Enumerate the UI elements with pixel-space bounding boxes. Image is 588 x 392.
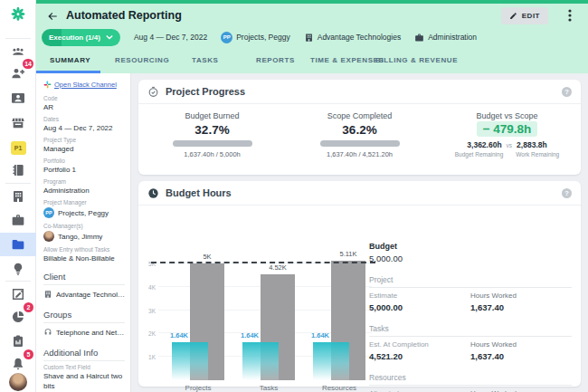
tab-resourcing[interactable]: RESOURCING — [115, 56, 169, 64]
person-add-icon — [11, 66, 25, 81]
slack-icon — [43, 81, 52, 89]
manager-name: Projects, Peggy — [236, 33, 290, 42]
rail-divider — [5, 38, 31, 39]
tab-reports[interactable]: REPORTS — [256, 56, 295, 64]
bar-tasks-hours-worked — [242, 342, 279, 380]
sidebar-item-schedule[interactable] — [0, 112, 36, 134]
bar-value-label: 5.11K — [328, 250, 368, 258]
sidebar-item-companies[interactable] — [0, 186, 36, 207]
comparison-captions: Budget Remaining Work Remaining — [455, 151, 559, 158]
co-manager-avatar — [43, 231, 54, 242]
page-title: Automated Reporting — [66, 9, 182, 22]
group-row[interactable]: Telephone and Network... — [43, 326, 125, 339]
slack-channel-link[interactable]: Open Slack Channel — [43, 81, 125, 89]
bar-resources-hours-worked — [313, 342, 349, 380]
field-portfolio: Portfolio Portfolio 1 — [43, 158, 125, 174]
bar-value-label: 1.64K — [170, 331, 206, 339]
field-program: Program Administration — [43, 178, 125, 195]
program-name: Administration — [428, 33, 477, 42]
scope-completed-progress-bar — [320, 140, 400, 147]
field-custom-text: Custom Text Field Shave and a Haircut tw… — [43, 364, 125, 392]
date-range-text: Aug 4 — Dec 7, 2022 — [134, 33, 207, 42]
briefcase-icon — [11, 213, 25, 227]
project-header: Automated Reporting EDIT Execution (1/4)… — [36, 0, 588, 73]
x-axis-label: Tasks — [229, 384, 308, 392]
progress-card-header: Project Progress — [138, 80, 581, 104]
budget-card-title: Budget Hours — [166, 187, 555, 198]
sidebar-item-services[interactable] — [0, 209, 36, 231]
panel-section-resources: Resources Allocated Hours Worked 5,114.0… — [369, 373, 572, 392]
bell-icon — [11, 357, 25, 371]
manager-row[interactable]: PP Projects, Peggy — [43, 207, 125, 218]
bar-value-label: 1.64K — [241, 331, 277, 339]
app-logo[interactable] — [0, 5, 36, 26]
tab-time-expenses[interactable]: TIME & EXPENSES — [310, 56, 384, 64]
person-folder-icon — [11, 91, 25, 105]
progress-card-body: Budget Burned 32.7% 1,637.40h / 5,000h S… — [138, 104, 581, 158]
sidebar-item-accounts[interactable] — [0, 87, 36, 109]
invite-badge: 14 — [23, 59, 33, 69]
building-icon — [304, 33, 314, 43]
manager-avatar: PP — [43, 207, 54, 218]
x-axis-label: Resources — [299, 384, 379, 392]
help-icon[interactable] — [562, 87, 572, 97]
field-co-managers: Co-Manager(s) Tango, Jimmy — [43, 223, 125, 242]
bar-value-label: 4.52K — [258, 263, 298, 272]
sidebar-item-notebook[interactable] — [0, 159, 36, 181]
chart-edit-icon — [11, 287, 25, 301]
budget-hours-card: Budget Hours 1K2K3K4K5K5K1.64KProjects4.… — [138, 181, 581, 387]
mavenlink-logo-icon — [8, 5, 28, 25]
main-content: Project Progress Budget Burned 32.7% 1,6… — [131, 73, 588, 392]
sidebar-item-boards[interactable] — [0, 330, 36, 352]
back-arrow-icon — [46, 10, 59, 23]
y-axis-tick: 2K — [144, 330, 156, 337]
panel-section-tasks: Tasks Est. At Completion Hours Worked 4,… — [369, 324, 572, 361]
budget-bar-chart: 1K2K3K4K5K5K1.64KProjects4.52K1.64KTasks… — [158, 253, 372, 380]
rail-divider — [5, 281, 31, 282]
budget-burned-progress-bar — [173, 140, 252, 147]
field-allow-entry: Allow Entry without Tasks Billable & Non… — [43, 246, 125, 263]
y-axis-tick: 1K — [144, 354, 156, 360]
client-name: Advantage Technologies — [318, 33, 401, 42]
phase-dropdown[interactable]: Execution (1/4) — [42, 29, 120, 46]
metric-budget-vs-scope: Budget vs Scope − 479.8h 3,362.60h vs 2,… — [433, 111, 581, 158]
project-progress-card: Project Progress Budget Burned 32.7% 1,6… — [138, 80, 581, 175]
metric-budget-burned: Budget Burned 32.7% 1,637.40h / 5,000h — [138, 111, 286, 158]
top-accent-strip — [36, 0, 588, 4]
project-manager-chip[interactable]: PP Projects, Peggy — [221, 32, 290, 43]
kebab-menu-icon — [568, 9, 572, 22]
headset-icon — [43, 328, 52, 337]
more-options-button[interactable] — [564, 8, 575, 23]
bar-value-label: 1.64K — [311, 331, 347, 339]
tab-tasks[interactable]: TASKS — [192, 56, 219, 64]
notifications-badge: 5 — [24, 349, 33, 359]
building-icon — [11, 189, 25, 204]
sidebar-item-p1[interactable]: P1 — [0, 137, 36, 158]
co-manager-row[interactable]: Tango, Jimmy — [43, 231, 125, 242]
client-chip[interactable]: Advantage Technologies — [304, 33, 401, 43]
notebook-icon — [11, 163, 25, 177]
help-icon[interactable] — [562, 188, 572, 198]
tab-billing-revenue[interactable]: BILLING & REVENUE — [375, 56, 458, 64]
lightbulb-icon — [11, 262, 25, 276]
sidebar-item-insights[interactable] — [0, 258, 36, 280]
briefcase-icon — [414, 33, 424, 43]
budget-card-body: 1K2K3K4K5K5K1.64KProjects4.52K1.64KTasks… — [138, 206, 581, 387]
section-additional-info: Additional Info — [43, 348, 125, 361]
sidebar-item-invite[interactable]: 14 — [0, 62, 36, 84]
edit-button[interactable]: EDIT — [501, 7, 548, 24]
client-row[interactable]: Advantage Technologies — [43, 288, 125, 301]
program-chip[interactable]: Administration — [414, 33, 477, 43]
sidebar-item-reports-edit[interactable] — [0, 283, 36, 305]
tab-summary[interactable]: SUMMARY — [50, 56, 90, 64]
clipboard-chart-icon — [11, 334, 25, 349]
sidebar-item-profile[interactable] — [0, 371, 36, 392]
back-button[interactable] — [46, 10, 59, 23]
user-avatar — [9, 373, 27, 391]
sidebar-item-analytics[interactable]: 2 — [0, 306, 36, 328]
project-details-panel: Open Slack Channel Code AR Dates Aug 4 —… — [36, 73, 131, 392]
rail-divider — [5, 183, 31, 184]
sidebar-item-projects-active[interactable] — [0, 234, 36, 255]
building-icon — [43, 290, 52, 299]
progress-card-title: Project Progress — [166, 86, 555, 97]
